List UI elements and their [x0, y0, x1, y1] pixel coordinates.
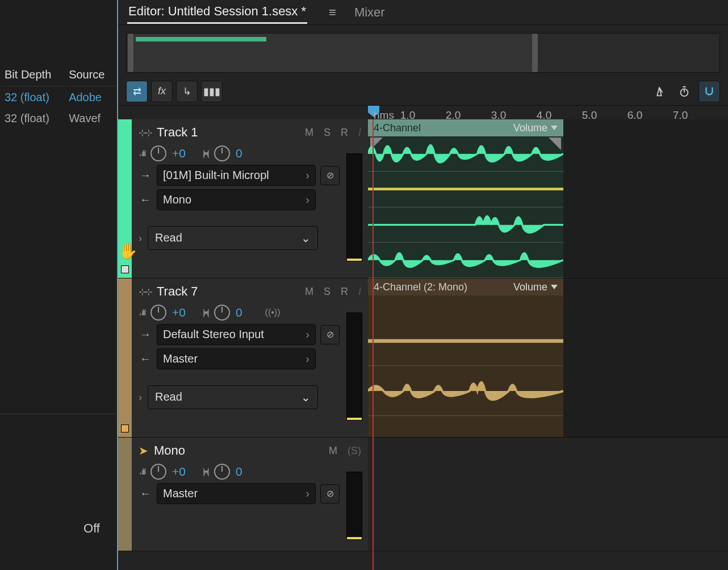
monitor-input-button[interactable]: I: [358, 286, 361, 298]
volume-knob[interactable]: [150, 464, 166, 480]
pan-value[interactable]: 0: [236, 465, 242, 479]
zoom-handle-right[interactable]: [532, 34, 538, 72]
inputs-outputs-icon[interactable]: ⇄: [126, 81, 148, 102]
volume-knob[interactable]: [150, 145, 166, 161]
clip-name: 4-Channel: [374, 122, 421, 134]
files-panel: Bit Depth Source 32 (float) Adobe 32 (fl…: [0, 0, 118, 570]
fx-icon[interactable]: fx: [151, 81, 173, 102]
input-arrow-icon: →: [139, 328, 152, 341]
pan-value[interactable]: 0: [236, 147, 242, 160]
output-arrow-icon: ←: [139, 487, 152, 500]
input-select[interactable]: [01M] Built-in Micropl›: [157, 165, 316, 186]
solo-button[interactable]: S: [324, 286, 330, 298]
audio-clip[interactable]: 4-Channel Volume: [368, 119, 563, 278]
bus-icon: ➤: [139, 444, 148, 457]
level-meter: [346, 153, 362, 261]
output-select[interactable]: Master›: [157, 348, 316, 369]
panel-menu-icon[interactable]: ≡: [329, 5, 336, 20]
editor-panel: Editor: Untitled Session 1.sesx * ≡ Mixe…: [118, 0, 728, 570]
file-row[interactable]: 32 (float) Wavef: [1, 109, 116, 128]
track-header: ⊹⊹ Track 1 M S R I ₊ılıl +0 |ı•ı| 0: [132, 119, 368, 278]
volume-icon: ₊ılıl: [139, 149, 145, 158]
phase-invert-button[interactable]: ⊘: [320, 484, 340, 504]
track-name[interactable]: Track 1: [157, 125, 198, 140]
track-row: ⊹⊹ Track 1 M S R I ₊ılıl +0 |ı•ı| 0: [118, 119, 728, 278]
sends-icon[interactable]: ↳: [176, 81, 198, 102]
tracks-container: ⊹⊹ Track 1 M S R I ₊ılıl +0 |ı•ı| 0: [118, 119, 728, 570]
output-arrow-icon: ←: [139, 352, 152, 365]
track-color-bar[interactable]: [118, 278, 132, 437]
broadcast-icon[interactable]: ((•)): [265, 307, 281, 318]
automation-expand-icon[interactable]: ›: [139, 232, 142, 244]
timer-icon[interactable]: [673, 81, 695, 102]
clip-lane[interactable]: 4-Channel (2: Mono) Volume: [368, 278, 728, 437]
track-header: ➤ Mono M (S) ₊ılıl +0 |ı•ı| 0 ←: [132, 438, 368, 551]
track-name[interactable]: Track 7: [157, 284, 198, 299]
clip-volume-dropdown[interactable]: Volume: [513, 281, 558, 293]
solo-button[interactable]: (S): [348, 445, 361, 457]
zoom-navigator[interactable]: [126, 33, 720, 73]
input-arrow-icon: →: [139, 169, 152, 182]
pan-knob[interactable]: [214, 464, 230, 480]
stereo-icon: ⊹⊹: [139, 127, 151, 138]
automation-expand-icon[interactable]: ›: [139, 392, 142, 403]
track-header: ⊹⊹ Track 7 M S R I ₊ılıl +0 |ı•ı| 0: [132, 278, 368, 437]
clip-name: 4-Channel (2: Mono): [374, 281, 467, 293]
mute-button[interactable]: M: [305, 127, 313, 139]
phase-invert-button[interactable]: ⊘: [320, 166, 340, 185]
output-select[interactable]: Mono›: [157, 189, 316, 210]
hand-cursor-icon: ✋: [118, 242, 138, 260]
automation-mode-select[interactable]: Read⌄: [148, 385, 318, 409]
playhead-line[interactable]: [373, 119, 374, 570]
monitor-input-button[interactable]: I: [358, 127, 361, 139]
input-select[interactable]: Default Stereo Input›: [157, 324, 316, 345]
track-toolbar: ⇄ fx ↳ ▮▮▮: [118, 77, 728, 106]
stereo-icon: ⊹⊹: [139, 286, 151, 297]
tab-mixer[interactable]: Mixer: [353, 2, 386, 23]
output-select[interactable]: Master›: [157, 483, 316, 504]
mute-button[interactable]: M: [305, 286, 313, 298]
pan-icon: |ı•ı|: [203, 467, 208, 476]
track-color-bar[interactable]: [118, 438, 132, 551]
track-color-swatch[interactable]: [121, 425, 129, 432]
track-row: ➤ Mono M (S) ₊ılıl +0 |ı•ı| 0 ←: [118, 438, 728, 551]
pan-icon: |ı•ı|: [203, 308, 208, 317]
phase-invert-button[interactable]: ⊘: [320, 325, 340, 344]
arm-record-button[interactable]: R: [341, 127, 348, 139]
volume-icon: ₊ılıl: [139, 308, 145, 317]
col-bitdepth[interactable]: Bit Depth: [1, 64, 64, 86]
volume-value[interactable]: +0: [172, 465, 186, 479]
track-color-swatch[interactable]: [121, 265, 129, 273]
output-arrow-icon: ←: [139, 193, 152, 206]
file-row[interactable]: 32 (float) Adobe: [1, 88, 116, 107]
pan-knob[interactable]: [214, 145, 230, 161]
clip-lane[interactable]: 4-Channel Volume: [368, 119, 728, 278]
tab-bar: Editor: Untitled Session 1.sesx * ≡ Mixe…: [118, 0, 728, 25]
volume-knob[interactable]: [150, 305, 166, 321]
snap-off-label: Off: [83, 521, 100, 536]
solo-button[interactable]: S: [324, 127, 330, 139]
audio-clip[interactable]: 4-Channel (2: Mono) Volume: [368, 278, 563, 437]
volume-icon: ₊ılıl: [139, 467, 145, 476]
snap-toggle-icon[interactable]: [698, 81, 720, 102]
pan-knob[interactable]: [214, 305, 230, 321]
metronome-icon[interactable]: [648, 81, 670, 102]
eq-icon[interactable]: ▮▮▮: [201, 81, 223, 102]
zoom-handle-left[interactable]: [128, 34, 133, 72]
pan-value[interactable]: 0: [236, 306, 242, 319]
pan-icon: |ı•ı|: [203, 149, 208, 158]
automation-mode-select[interactable]: Read⌄: [148, 226, 318, 250]
mute-button[interactable]: M: [329, 445, 337, 457]
clip-lane[interactable]: [368, 438, 728, 551]
track-name[interactable]: Mono: [154, 443, 185, 458]
clip-volume-dropdown[interactable]: Volume: [513, 122, 558, 134]
col-source[interactable]: Source: [65, 64, 116, 86]
track-row: ⊹⊹ Track 7 M S R I ₊ılıl +0 |ı•ı| 0: [118, 278, 728, 438]
level-meter: [346, 313, 362, 421]
volume-value[interactable]: +0: [172, 306, 186, 319]
arm-record-button[interactable]: R: [341, 286, 348, 298]
volume-value[interactable]: +0: [172, 147, 186, 160]
level-meter: [346, 472, 362, 540]
tab-editor[interactable]: Editor: Untitled Session 1.sesx *: [127, 1, 307, 24]
